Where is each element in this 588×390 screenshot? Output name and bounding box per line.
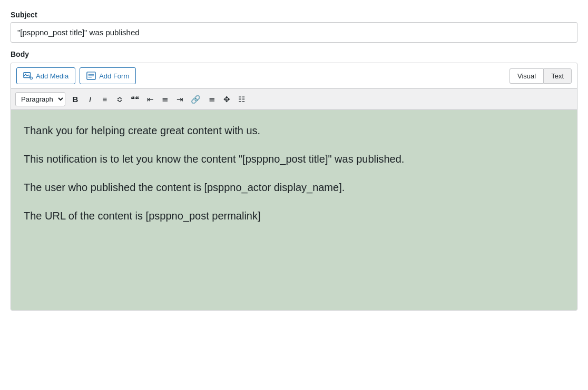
link-button[interactable]: 🔗 xyxy=(188,93,204,105)
blockquote-button[interactable]: ❝❝ xyxy=(128,93,142,105)
subject-section: Subject xyxy=(11,11,577,50)
bold-button[interactable]: B xyxy=(68,93,82,105)
add-media-icon xyxy=(23,71,33,81)
body-section: Body Add Media xyxy=(11,50,577,311)
paragraph-select[interactable]: Paragraph Heading 1 Heading 2 Heading 3 xyxy=(15,92,65,106)
add-media-label: Add Media xyxy=(36,72,68,80)
align-left-button[interactable]: ⇤ xyxy=(143,93,157,105)
tab-visual[interactable]: Visual xyxy=(509,68,543,84)
unordered-list-button[interactable]: ≡ xyxy=(98,93,112,105)
add-media-button[interactable]: Add Media xyxy=(16,67,75,84)
italic-button[interactable]: I xyxy=(83,93,97,105)
body-label: Body xyxy=(11,50,577,58)
editor-top-bar: Add Media Add Form Visual Text xyxy=(11,63,577,89)
content-line-4: The URL of the content is [psppno_post p… xyxy=(24,208,564,224)
fullscreen-button[interactable]: ✥ xyxy=(220,93,233,105)
ordered-list-button[interactable]: ≎ xyxy=(113,93,126,105)
view-tabs: Visual Text xyxy=(509,68,572,84)
editor-top-left: Add Media Add Form xyxy=(16,67,136,84)
add-form-icon xyxy=(86,71,96,81)
align-center-button[interactable]: ≣ xyxy=(158,93,172,105)
editor-container: Add Media Add Form Visual Text xyxy=(11,63,577,311)
add-form-label: Add Form xyxy=(99,72,129,80)
editor-content-area[interactable]: Thank you for helping create great conte… xyxy=(11,110,577,310)
subject-label: Subject xyxy=(11,11,577,19)
editor-toolbar: Paragraph Heading 1 Heading 2 Heading 3 … xyxy=(11,89,577,110)
content-line-1: Thank you for helping create great conte… xyxy=(24,123,564,138)
content-line-3: The user who published the content is [p… xyxy=(24,179,564,195)
content-line-2: This notification is to let you know the… xyxy=(24,151,564,167)
align-right-button[interactable]: ⇥ xyxy=(173,93,187,105)
tab-text[interactable]: Text xyxy=(543,68,572,84)
add-form-button[interactable]: Add Form xyxy=(80,67,136,84)
table-grid-button[interactable]: ☷ xyxy=(234,93,248,105)
subject-input[interactable] xyxy=(11,22,577,43)
insert-table-button[interactable]: ≣ xyxy=(205,93,219,105)
